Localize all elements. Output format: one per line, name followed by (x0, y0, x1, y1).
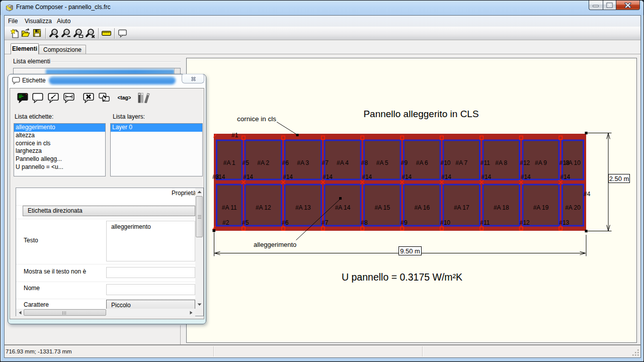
svg-text:#6: #6 (282, 219, 289, 226)
svg-text:#A 6: #A 6 (416, 159, 428, 166)
svg-text:#5: #5 (243, 159, 250, 166)
svg-text:U pannello = 0.3175 W/m²K: U pannello = 0.3175 W/m²K (342, 272, 462, 283)
svg-text:#A 17: #A 17 (454, 204, 469, 211)
svg-text:#14: #14 (481, 173, 491, 180)
svg-text:#A 2: #A 2 (257, 159, 269, 166)
svg-text:#7: #7 (322, 159, 329, 166)
svg-text:#9: #9 (401, 159, 408, 166)
svg-text:#A 20: #A 20 (565, 204, 581, 211)
svg-text:#A 14: #A 14 (335, 204, 351, 211)
svg-text:#10: #10 (440, 219, 450, 226)
svg-text:#2: #2 (222, 219, 229, 226)
svg-text:#10: #10 (441, 159, 451, 166)
svg-text:#11: #11 (480, 219, 490, 226)
svg-text:#A 12: #A 12 (256, 204, 271, 211)
svg-text:#13: #13 (559, 159, 570, 166)
svg-text:#14: #14 (401, 173, 412, 180)
svg-text:#A 3: #A 3 (297, 159, 309, 166)
svg-text:alleggerimento: alleggerimento (254, 241, 296, 248)
svg-text:#12: #12 (520, 219, 530, 226)
svg-text:#14: #14 (362, 173, 372, 180)
svg-text:#A 4: #A 4 (337, 159, 349, 166)
svg-text:#14: #14 (243, 173, 253, 180)
svg-text:#1: #1 (231, 132, 238, 139)
svg-text:#14: #14 (521, 173, 531, 180)
svg-text:#A 13: #A 13 (295, 204, 311, 211)
svg-text:#8: #8 (361, 159, 368, 166)
svg-text:#14: #14 (560, 173, 570, 180)
svg-text:#6: #6 (282, 159, 289, 166)
svg-text:#12: #12 (520, 159, 530, 166)
svg-text:#9: #9 (400, 219, 408, 226)
svg-text:cornice in cls: cornice in cls (237, 115, 276, 123)
svg-text:#A 19: #A 19 (533, 204, 549, 211)
svg-text:#A 18: #A 18 (494, 204, 509, 211)
svg-text:#14: #14 (283, 173, 293, 180)
svg-text:<tag>: <tag> (118, 95, 131, 101)
svg-text:#14: #14 (441, 173, 451, 180)
svg-text:#A 16: #A 16 (414, 204, 430, 211)
svg-text:#13: #13 (559, 219, 569, 226)
svg-text:Pannello alleggerito in CLS: Pannello alleggerito in CLS (363, 109, 478, 119)
svg-text:#A 11: #A 11 (222, 204, 237, 211)
svg-text:#14: #14 (323, 173, 333, 180)
svg-text:#7: #7 (321, 219, 329, 226)
svg-text:9.50 m: 9.50 m (400, 247, 420, 255)
svg-text:#4: #4 (584, 191, 591, 198)
svg-text:#A 8: #A 8 (495, 159, 507, 166)
svg-text:#14: #14 (215, 173, 225, 180)
svg-text:#8: #8 (361, 219, 368, 226)
svg-text:#A 5: #A 5 (376, 159, 388, 166)
svg-text:#A 7: #A 7 (455, 159, 467, 166)
svg-text:#A 15: #A 15 (374, 204, 390, 211)
svg-text:#11: #11 (480, 159, 490, 166)
svg-text:#A 9: #A 9 (535, 159, 547, 166)
svg-text:#A 1: #A 1 (223, 159, 235, 166)
svg-text:#5: #5 (242, 219, 249, 226)
svg-text:2.50 m: 2.50 m (609, 175, 629, 183)
